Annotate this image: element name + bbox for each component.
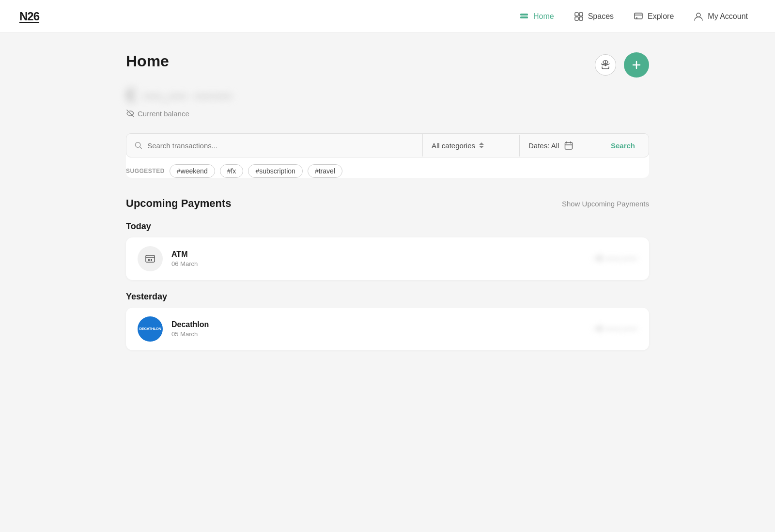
svg-point-11: [135, 142, 140, 147]
nav-item-my-account[interactable]: My Account: [685, 6, 756, 27]
page-title: Home: [126, 52, 169, 70]
main-content: Home € —.— ——: [97, 33, 678, 374]
calendar-icon: [564, 141, 574, 150]
explore-icon: [633, 11, 644, 22]
nav-menu: Home Spaces: [511, 6, 756, 27]
decathlon-name: Decathlon: [171, 320, 585, 329]
page-header: Home: [126, 52, 649, 78]
svg-rect-8: [636, 17, 637, 18]
show-upcoming-link[interactable]: Show Upcoming Payments: [562, 200, 649, 208]
atm-symbol-icon: [144, 252, 156, 265]
nav-item-explore[interactable]: Explore: [625, 6, 682, 27]
search-input[interactable]: [147, 141, 415, 150]
svg-rect-12: [565, 142, 573, 149]
svg-rect-5: [579, 17, 583, 20]
balance-section: € —.— —— Current balance: [126, 85, 649, 118]
nav-label-my-account: My Account: [708, 12, 748, 21]
categories-dropdown[interactable]: All categories: [423, 135, 520, 156]
search-input-wrap[interactable]: [126, 134, 423, 156]
suggested-label: SUGGESTED: [126, 168, 165, 174]
spaces-icon: [574, 11, 584, 22]
search-section: All categories Dates: All Search SUGGE: [126, 133, 649, 178]
svg-rect-13: [146, 255, 155, 262]
atm-name: ATM: [171, 250, 585, 259]
nav-label-explore: Explore: [648, 12, 674, 21]
yesterday-label: Yesterday: [126, 292, 649, 302]
search-bar: All categories Dates: All Search: [126, 133, 649, 157]
home-icon: [519, 11, 529, 22]
atm-details: ATM 06 March: [171, 250, 585, 267]
categories-chevron-icon: [479, 142, 484, 148]
suggested-row: SUGGESTED #weekend #fx #subscription #tr…: [126, 164, 649, 178]
categories-label: All categories: [432, 141, 475, 150]
transaction-decathlon[interactable]: DECATHLON Decathlon 05 March −€ ——.——: [126, 308, 649, 350]
transaction-atm[interactable]: ATM 06 March −€ ——.——: [126, 237, 649, 280]
search-button[interactable]: Search: [597, 135, 649, 156]
tag-subscription[interactable]: #subscription: [248, 164, 303, 178]
balance-amount: € —.— ——: [126, 85, 649, 106]
svg-rect-1: [520, 16, 528, 18]
upcoming-payments-title: Upcoming Payments: [126, 197, 232, 210]
search-icon: [134, 141, 142, 150]
svg-rect-14: [148, 259, 150, 261]
atm-icon: [138, 246, 163, 271]
svg-rect-3: [579, 13, 583, 16]
tag-travel[interactable]: #travel: [308, 164, 342, 178]
nav-label-spaces: Spaces: [588, 12, 614, 21]
account-icon: [693, 11, 704, 22]
svg-rect-15: [151, 259, 152, 261]
dates-label: Dates: All: [528, 141, 559, 150]
add-button[interactable]: [624, 52, 649, 78]
tag-fx[interactable]: #fx: [220, 164, 244, 178]
navbar: N26 Home Spaces: [0, 0, 775, 33]
svg-rect-6: [635, 13, 642, 19]
decathlon-icon: DECATHLON: [138, 316, 163, 342]
nav-label-home: Home: [533, 12, 554, 21]
atm-amount: −€ ——.——: [593, 254, 637, 263]
balance-label-text: Current balance: [138, 110, 189, 118]
nav-item-spaces[interactable]: Spaces: [566, 6, 621, 27]
svg-rect-4: [575, 17, 578, 20]
decathlon-amount: −€ ——.——: [593, 325, 637, 333]
nav-item-home[interactable]: Home: [511, 6, 562, 27]
svg-point-9: [697, 13, 700, 17]
page-actions: [595, 52, 649, 78]
download-button[interactable]: [595, 54, 616, 76]
decathlon-date: 05 March: [171, 330, 585, 338]
balance-label: Current balance: [126, 109, 649, 118]
brand-logo[interactable]: N26: [19, 10, 39, 23]
eye-hidden-icon: [126, 109, 135, 118]
decathlon-details: Decathlon 05 March: [171, 320, 585, 338]
svg-rect-0: [520, 14, 528, 16]
today-label: Today: [126, 221, 649, 232]
upcoming-payments-header: Upcoming Payments Show Upcoming Payments: [126, 197, 649, 210]
download-icon: [600, 60, 611, 70]
plus-icon: [631, 59, 642, 71]
tag-weekend[interactable]: #weekend: [170, 164, 215, 178]
dates-dropdown[interactable]: Dates: All: [520, 134, 597, 157]
atm-date: 06 March: [171, 260, 585, 267]
svg-rect-2: [575, 13, 578, 16]
